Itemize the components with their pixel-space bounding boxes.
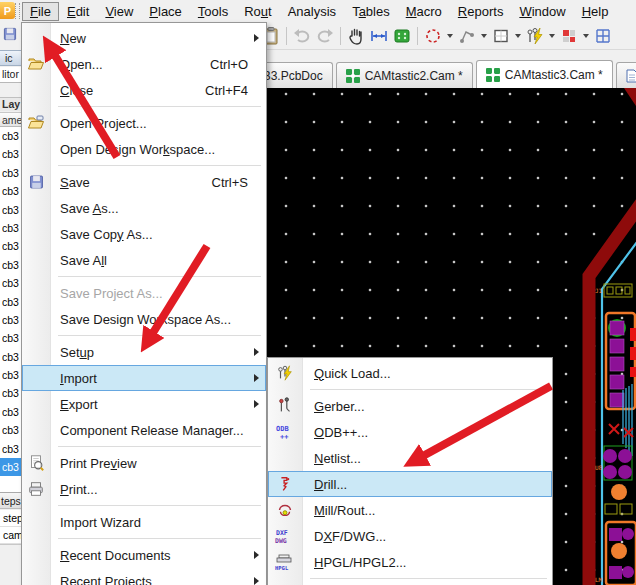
tab-camtastic3[interactable]: CAMtastic3.Cam * [476,60,613,88]
pan-button[interactable] [345,25,367,47]
menu-separator [58,276,261,277]
menu-item-component-release-manager[interactable]: Component Release Manager... [22,417,266,443]
menu-item-save-all[interactable]: Save All [22,247,266,273]
tab-camtastic2[interactable]: CAMtastic2.Cam * [336,62,473,88]
tab-log[interactable]: Log_201 [616,62,636,88]
menu-reports[interactable]: Reports [450,2,512,21]
menu-item-new[interactable]: New [22,25,266,51]
layer-row[interactable]: cb3 [0,164,21,182]
menu-tools[interactable]: Tools [190,2,236,21]
layer-row[interactable]: cb3 [0,219,21,237]
submenu-arrow-icon [254,551,259,559]
panel-empty-area [0,544,21,585]
menu-item-label: Import [60,371,97,386]
submenu-item-hpgl[interactable]: HPGL HPGL/HPGL2... [268,549,552,575]
menu-item-close[interactable]: Close Ctrl+F4 [22,77,266,103]
menu-item-print-preview[interactable]: Print Preview [22,450,266,476]
toolbar-grip[interactable] [15,3,20,19]
measure-button[interactable] [368,25,390,47]
layer-row[interactable]: cb3 [0,329,21,347]
layer-row[interactable]: cb3 [0,384,21,402]
svg-text:HPGL: HPGL [275,565,289,571]
editor-dropdown[interactable]: litor [0,67,21,83]
layer-row[interactable]: cb3 [0,182,21,200]
submenu-arrow-icon [254,348,259,356]
layer-row[interactable]: cb3 [0,440,21,458]
redo-button[interactable] [314,25,336,47]
submenu-item-dxf-dwg[interactable]: DXF DWG DXF/DWG... [268,523,552,549]
submenu-item-quick-load[interactable]: Quick Load... [268,360,552,386]
panel-title: ic [0,50,21,66]
menu-view[interactable]: View [97,2,141,21]
layer-row[interactable]: cb3 [0,403,21,421]
menu-item-save[interactable]: Save Ctrl+S [22,169,266,195]
quick-load-dropdown-arrow[interactable] [549,34,555,38]
step-row[interactable]: step [0,510,21,527]
menu-tables[interactable]: Tables [344,2,398,21]
menu-item-recent-documents[interactable]: Recent Documents [22,542,266,568]
layer-row[interactable]: cb3 [0,421,21,439]
layers-dropdown-arrow[interactable] [583,34,589,38]
name-column-header[interactable]: ame [0,112,21,127]
layer-row[interactable]: cb3 [0,274,21,292]
layer-row[interactable]: cb3 [0,348,21,366]
layer-row[interactable]: cb3 [0,311,21,329]
menu-item-export[interactable]: Export [22,391,266,417]
layer-row[interactable]: cb3 [0,256,21,274]
quick-load-button[interactable] [524,25,546,47]
menu-file[interactable]: File [22,2,59,21]
layer-row[interactable]: cb3 [0,366,21,384]
layers-button[interactable] [558,25,580,47]
menu-macro[interactable]: Macro [398,2,450,21]
menu-shortcut: Ctrl+S [212,175,260,190]
menu-item-label: HPGL/HPGL2... [314,555,406,570]
undo-button[interactable] [291,25,313,47]
layer-row[interactable]: cb3 [0,127,21,145]
layer-row[interactable]: cb3 [0,145,21,163]
layers-section-title: Lay [0,97,21,111]
svg-text:DWG: DWG [275,537,287,545]
layer-row[interactable]: cb3 [0,201,21,219]
menu-item-open-design-workspace[interactable]: Open Design Workspace... [22,136,266,162]
layer-row-selected[interactable]: cb3 [0,458,21,476]
submenu-item-drill[interactable]: Drill... [268,471,552,497]
menu-item-save-as[interactable]: Save As... [22,195,266,221]
submenu-item-odbpp[interactable]: ODB ++ ODB++... [268,419,552,445]
menu-window[interactable]: Window [511,2,573,21]
menu-item-import-wizard[interactable]: Import Wizard [22,509,266,535]
board-button[interactable] [391,25,413,47]
layer-row[interactable]: cb3 [0,237,21,255]
submenu-item-gerber[interactable]: Gerber... [268,393,552,419]
layer-row[interactable]: cb3 [0,293,21,311]
menu-item-open-project[interactable]: Open Project... [22,110,266,136]
rectangle-dropdown-arrow[interactable] [515,34,521,38]
step-row[interactable]: cam [0,527,21,544]
menu-item-setup[interactable]: Setup [22,339,266,365]
toolbar-separator [286,27,287,45]
menu-item-import[interactable]: Import [22,365,266,391]
menu-place[interactable]: Place [141,2,190,21]
menu-item-save-design-workspace-as[interactable]: Save Design Workspace As... [22,306,266,332]
submenu-item-netlist[interactable]: Netlist... [268,445,552,471]
menu-edit[interactable]: Edit [59,2,97,21]
grid-icon [593,26,613,46]
rectangle-tool-button[interactable] [490,25,512,47]
menu-rout[interactable]: Rout [236,2,279,21]
menu-analysis[interactable]: Analysis [280,2,344,21]
steps-section-header[interactable]: teps [0,492,21,509]
menu-item-print[interactable]: Print... [22,476,266,502]
toolbar-separator [340,27,341,45]
route-tool-button[interactable] [456,25,478,47]
arc-dropdown-arrow[interactable] [447,34,453,38]
menu-item-recent-projects[interactable]: Recent Projects [22,568,266,585]
pcb-artwork: J1 U8 LM [546,88,636,585]
save-icon[interactable] [2,26,18,42]
grid-button[interactable] [592,25,614,47]
submenu-item-mill-rout[interactable]: Mill/Rout... [268,497,552,523]
menu-item-open[interactable]: Open... Ctrl+O [22,51,266,77]
route-dropdown-arrow[interactable] [481,34,487,38]
menu-help[interactable]: Help [574,2,617,21]
menu-item-save-copy-as[interactable]: Save Copy As... [22,221,266,247]
arc-tool-button[interactable] [422,25,444,47]
svg-text:U8: U8 [595,464,603,471]
